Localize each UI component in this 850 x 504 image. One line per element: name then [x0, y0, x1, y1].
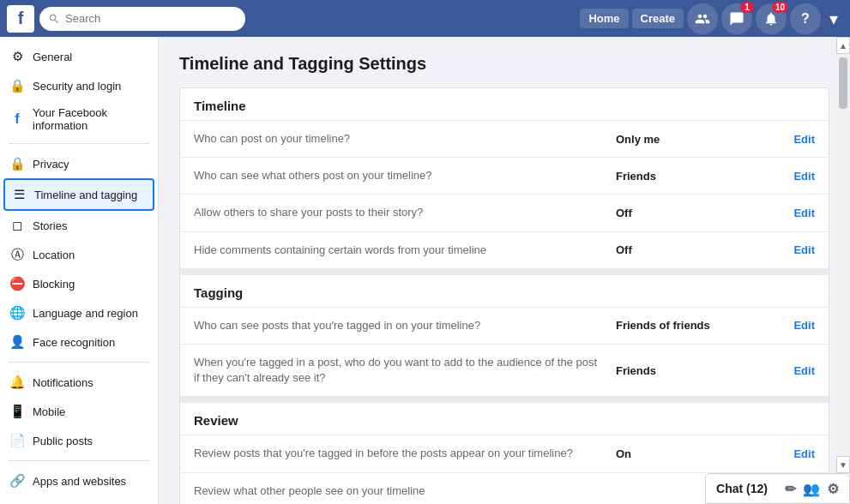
table-row: Who can see posts that you're tagged in …	[180, 308, 829, 345]
sidebar-divider-2	[9, 362, 149, 363]
sidebar-item-face-recognition[interactable]: 👤 Face recognition	[0, 327, 158, 357]
sidebar-item-timeline-label: Timeline and tagging	[34, 189, 137, 201]
row-value: On	[616, 447, 753, 460]
sidebar-item-security[interactable]: 🔒 Security and login	[0, 71, 158, 100]
row-value: Friends	[616, 170, 753, 183]
row-value: Off	[616, 243, 753, 256]
sidebar-item-language[interactable]: 🌐 Language and region	[0, 298, 158, 327]
sidebar-item-general-label: General	[33, 51, 72, 63]
messenger-icon	[729, 11, 745, 27]
tagging-section: Tagging Who can see posts that you're ta…	[180, 268, 829, 397]
row-description: Who can see posts that you're tagged in …	[194, 318, 606, 333]
messenger-icon-button[interactable]: 1	[721, 3, 752, 34]
row-description: Who can post on your timeline?	[194, 131, 606, 147]
edit-link[interactable]: Edit	[793, 447, 815, 460]
sidebar-item-public-posts-label: Public posts	[33, 435, 93, 447]
facebook-logo[interactable]: f	[7, 5, 34, 33]
sidebar-item-blocking-label: Blocking	[33, 278, 75, 291]
tagging-section-header: Tagging	[180, 275, 829, 308]
notifications-badge: 10	[772, 2, 788, 13]
sidebar-item-language-label: Language and region	[33, 307, 138, 320]
chat-bar-icons: ✏ 👥 ⚙	[785, 481, 839, 497]
row-description: Hide comments containing certain words f…	[194, 243, 606, 258]
facebook-info-icon: f	[9, 111, 26, 128]
scrollbar-track	[836, 54, 850, 456]
sidebar-item-mobile[interactable]: 📱 Mobile	[0, 397, 158, 426]
sidebar-item-security-label: Security and login	[33, 80, 121, 93]
row-description: Who can see what others post on your tim…	[194, 168, 606, 183]
gear-icon: ⚙	[9, 48, 26, 65]
sidebar-item-instant-games[interactable]: 🎮 Instant Games	[0, 495, 158, 504]
friends-icon	[695, 11, 710, 27]
search-icon	[48, 13, 60, 25]
row-description: When you're tagged in a post, who do you…	[194, 355, 606, 386]
row-value: Friends of friends	[616, 319, 753, 332]
mobile-icon: 📱	[9, 403, 26, 420]
chat-contacts-icon[interactable]: 👥	[803, 481, 820, 497]
row-action: Edit	[763, 133, 815, 146]
sidebar-item-apps[interactable]: 🔗 Apps and websites	[0, 466, 158, 495]
edit-link[interactable]: Edit	[793, 364, 815, 377]
settings-card: Timeline Who can post on your timeline? …	[179, 87, 829, 504]
edit-link[interactable]: Edit	[793, 207, 815, 219]
more-button[interactable]: ▾	[824, 5, 843, 33]
sidebar-item-face-label: Face recognition	[33, 336, 115, 349]
public-posts-icon: 📄	[9, 432, 26, 449]
sidebar-item-your-facebook[interactable]: f Your Facebook information	[0, 100, 158, 138]
review-section-header: Review	[180, 403, 829, 435]
row-action: Edit	[763, 243, 815, 256]
sidebar-item-stories[interactable]: ◻ Stories	[0, 211, 158, 240]
row-description: Review posts that you're tagged in befor…	[194, 446, 606, 461]
scrollbar-thumb[interactable]	[839, 57, 847, 109]
row-value: Friends	[616, 364, 753, 377]
apps-icon: 🔗	[9, 472, 26, 489]
chat-settings-icon[interactable]: ⚙	[827, 481, 839, 497]
row-value: Off	[616, 207, 753, 219]
timeline-icon: ☰	[10, 186, 27, 203]
edit-link[interactable]: Edit	[793, 170, 815, 183]
sidebar-item-mobile-label: Mobile	[33, 405, 65, 418]
sidebar-item-your-facebook-label: Your Facebook information	[33, 106, 149, 132]
sidebar-item-general[interactable]: ⚙ General	[0, 42, 158, 71]
sidebar-item-blocking[interactable]: ⛔ Blocking	[0, 269, 158, 298]
sidebar-item-privacy[interactable]: 🔒 Privacy	[0, 149, 158, 178]
edit-link[interactable]: Edit	[793, 133, 815, 146]
timeline-section: Timeline Who can post on your timeline? …	[180, 88, 829, 268]
table-row: Allow others to share your posts to thei…	[180, 195, 829, 231]
notifications-menu-icon: 🔔	[9, 374, 26, 391]
page-title: Timeline and Tagging Settings	[179, 54, 829, 74]
main-content: Timeline and Tagging Settings Timeline W…	[159, 37, 850, 504]
face-recognition-icon: 👤	[9, 333, 26, 351]
row-description: Review what other people see on your tim…	[194, 483, 606, 499]
create-button[interactable]: Create	[632, 9, 684, 28]
scrollbar-down-arrow[interactable]: ▼	[836, 456, 850, 473]
language-icon: 🌐	[9, 304, 26, 321]
stories-icon: ◻	[9, 217, 26, 234]
chat-bar[interactable]: Chat (12) ✏ 👥 ⚙	[705, 473, 850, 504]
search-bar[interactable]	[39, 7, 245, 31]
scrollbar-up-arrow[interactable]: ▲	[836, 37, 850, 54]
row-value: Only me	[616, 133, 753, 146]
sidebar-item-notifications[interactable]: 🔔 Notifications	[0, 368, 158, 397]
sidebar: ⚙ General 🔒 Security and login f Your Fa…	[0, 37, 159, 504]
notifications-icon-button[interactable]: 10	[756, 3, 787, 34]
row-description: Allow others to share your posts to thei…	[194, 205, 606, 220]
friends-icon-button[interactable]	[687, 3, 718, 34]
chat-compose-icon[interactable]: ✏	[785, 481, 796, 497]
sidebar-item-location[interactable]: Ⓐ Location	[0, 240, 158, 269]
help-icon-button[interactable]: ?	[790, 3, 821, 34]
search-input[interactable]	[65, 12, 237, 25]
edit-link[interactable]: Edit	[793, 243, 815, 256]
edit-link[interactable]: Edit	[793, 319, 815, 332]
location-icon: Ⓐ	[9, 246, 26, 263]
sidebar-item-public-posts[interactable]: 📄 Public posts	[0, 426, 158, 455]
sidebar-item-timeline[interactable]: ☰ Timeline and tagging	[3, 178, 154, 211]
home-button[interactable]: Home	[580, 9, 628, 28]
lock-icon: 🔒	[9, 77, 26, 94]
sidebar-item-stories-label: Stories	[33, 219, 67, 232]
sidebar-item-apps-label: Apps and websites	[33, 475, 126, 488]
chat-label: Chat (12)	[716, 482, 768, 495]
row-action: Edit	[763, 170, 815, 183]
privacy-lock-icon: 🔒	[9, 155, 26, 172]
layout: ⚙ General 🔒 Security and login f Your Fa…	[0, 37, 850, 504]
